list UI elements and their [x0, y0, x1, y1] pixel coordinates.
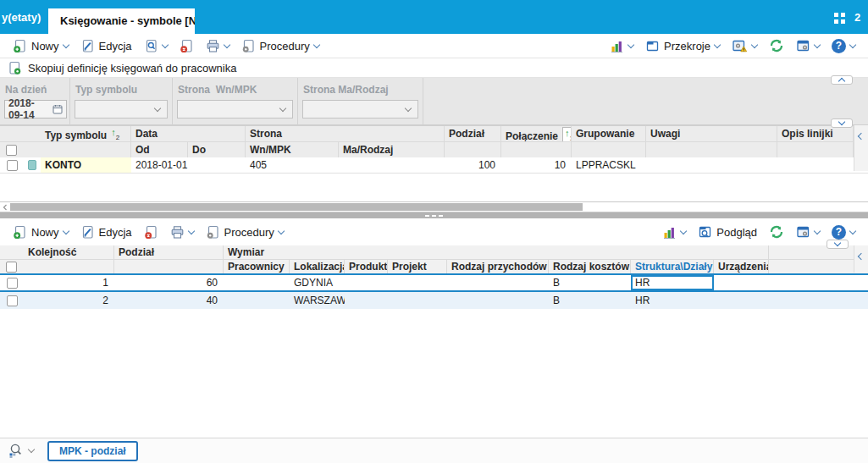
- chevron-down-icon[interactable]: [62, 41, 69, 47]
- help-button[interactable]: ?: [826, 36, 861, 56]
- col-group-wymiar[interactable]: Wymiar: [224, 245, 769, 259]
- procedures-button[interactable]: Procedury: [235, 36, 325, 56]
- cell-lokalizacja[interactable]: WARSZAWA: [290, 292, 345, 309]
- chevron-down-icon[interactable]: [628, 41, 634, 47]
- table-row-selected[interactable]: 1 60 GDYNIA B HR: [0, 273, 868, 292]
- table1-side-panel-toggle[interactable]: [854, 125, 868, 171]
- scroll-left-icon[interactable]: [2, 204, 8, 211]
- cell-produkty[interactable]: [345, 292, 388, 309]
- grid-settings-button[interactable]: [790, 223, 826, 242]
- copy-definition-link[interactable]: Skopiuj definicję księgowań do pracownik…: [28, 62, 236, 74]
- tab-etaty[interactable]: y(etaty): [0, 11, 41, 24]
- cell-wn-mpk[interactable]: 405: [246, 157, 339, 173]
- refresh-button[interactable]: [763, 36, 790, 56]
- edit-button[interactable]: Edycja: [75, 223, 138, 242]
- col-ma-rodzaj[interactable]: Ma/Rodzaj: [339, 142, 445, 157]
- print-button[interactable]: [164, 223, 200, 242]
- chevron-down-icon[interactable]: [849, 227, 856, 234]
- chevron-down-icon[interactable]: [849, 41, 856, 47]
- chevron-down-icon[interactable]: [223, 41, 229, 47]
- cell-produkty[interactable]: [345, 275, 388, 290]
- col-rodzaj-przychodow[interactable]: Rodzaj przychodów: [447, 260, 549, 273]
- sections-button[interactable]: Przekroje: [639, 36, 726, 56]
- cell-pracownicy[interactable]: [224, 275, 290, 290]
- col-group-strona[interactable]: Strona: [246, 126, 445, 141]
- new-button[interactable]: Nowy: [7, 223, 75, 242]
- delete-button[interactable]: [138, 223, 164, 242]
- tab-ksiegowanie-symbole[interactable]: Księgowanie - symbole [Naz: [48, 8, 195, 34]
- scrollbar-thumb[interactable]: [10, 203, 583, 211]
- cell-do[interactable]: [188, 157, 246, 173]
- search-button[interactable]: [138, 36, 174, 56]
- strona-ma-select[interactable]: [302, 100, 418, 119]
- cell-grupowanie[interactable]: LPPRACSKL: [572, 157, 646, 173]
- cell-lokalizacja[interactable]: GDYNIA: [290, 275, 345, 290]
- cell-od[interactable]: 2018-01-01: [131, 157, 188, 173]
- chevron-down-icon[interactable]: [814, 41, 821, 47]
- col-produkty[interactable]: Produkty: [345, 260, 388, 273]
- select-all-checkbox[interactable]: [6, 145, 17, 156]
- col-opis-linijki[interactable]: Opis linijki: [777, 126, 854, 141]
- cell-uwagi[interactable]: [646, 157, 777, 173]
- select-all-checkbox[interactable]: [6, 262, 17, 273]
- col-urzadzenia[interactable]: Urządzenia: [714, 260, 769, 273]
- cell-polaczenie[interactable]: 10: [501, 157, 572, 173]
- cell-kolejnosc[interactable]: 1: [24, 275, 114, 290]
- col-kolejnosc[interactable]: Kolejność: [24, 245, 114, 259]
- chevron-down-icon[interactable]: [28, 446, 35, 453]
- filter-collapse-up-button[interactable]: [831, 75, 853, 85]
- chevron-down-icon[interactable]: [751, 41, 758, 47]
- cell-rodzaj-kosztow[interactable]: B: [549, 275, 631, 290]
- col-grupowanie[interactable]: Grupowanie: [572, 126, 646, 141]
- new-button[interactable]: Nowy: [7, 36, 75, 56]
- col-lokalizacja[interactable]: Lokalizacja: [290, 260, 345, 273]
- cell-podzial[interactable]: 100: [445, 157, 501, 173]
- cell-rodzaj-przychodow[interactable]: [447, 275, 549, 290]
- chevron-down-icon[interactable]: [187, 227, 194, 234]
- row-checkbox[interactable]: [7, 278, 18, 289]
- cell-podzial[interactable]: 60: [114, 275, 224, 290]
- edit-button[interactable]: Edycja: [75, 36, 138, 56]
- chevron-down-icon[interactable]: [161, 41, 168, 47]
- table-row[interactable]: KONTO 2018-01-01 405 100 10 LPPRACSKL: [0, 157, 868, 174]
- procedures-button[interactable]: Procedury: [200, 223, 290, 242]
- filter-collapse-down-button[interactable]: [831, 119, 853, 128]
- cell-rodzaj-przychodow[interactable]: [447, 292, 549, 309]
- chevron-down-icon[interactable]: [814, 227, 821, 234]
- cell-pracownicy[interactable]: [224, 292, 290, 309]
- cell-projekt[interactable]: [388, 292, 447, 309]
- cell-urzadzenia[interactable]: [714, 292, 769, 309]
- cell-typ-symbolu[interactable]: KONTO: [41, 157, 131, 173]
- preview-button[interactable]: Podgląd: [692, 223, 763, 242]
- refresh-button[interactable]: [763, 222, 790, 242]
- col-group-data[interactable]: Data: [131, 126, 246, 141]
- calendar-icon[interactable]: [53, 104, 63, 114]
- cell-kolejnosc[interactable]: 2: [24, 292, 114, 309]
- settings-warning-button[interactable]: [726, 36, 763, 56]
- delete-button[interactable]: [174, 36, 200, 56]
- col-struktura-dzialy[interactable]: Struktura\Działy: [631, 260, 714, 273]
- cell-struktura-dzialy-focused[interactable]: HR: [631, 275, 714, 290]
- col-uwagi[interactable]: Uwagi: [646, 126, 777, 141]
- chevron-down-icon[interactable]: [680, 227, 687, 234]
- row-checkbox[interactable]: [7, 160, 18, 171]
- grid-settings-button[interactable]: [790, 36, 826, 56]
- chevron-down-icon[interactable]: [313, 41, 320, 47]
- table-row[interactable]: 2 40 WARSZAWA B HR: [0, 292, 868, 309]
- date-input[interactable]: 2018-09-14: [4, 100, 67, 119]
- col-pracownicy[interactable]: Pracownicy: [224, 260, 290, 273]
- cell-projekt[interactable]: [388, 275, 447, 290]
- typ-symbolu-select[interactable]: [75, 100, 168, 119]
- col-podzial[interactable]: Podział: [445, 126, 501, 141]
- cell-ma-rodzaj[interactable]: [339, 157, 445, 173]
- tab-mpk-podzial[interactable]: MPK - podział: [47, 441, 138, 461]
- col-do[interactable]: Do: [188, 142, 246, 157]
- chart-button[interactable]: [604, 36, 639, 56]
- col-podzial[interactable]: Podział: [114, 245, 224, 259]
- col-projekt[interactable]: Projekt: [388, 260, 447, 273]
- cell-podzial[interactable]: 40: [114, 292, 224, 309]
- search-grid-icon[interactable]: [8, 443, 24, 459]
- row-checkbox[interactable]: [7, 295, 18, 306]
- col-typ-symbolu[interactable]: Typ symbolu↑2: [41, 126, 131, 141]
- col-rodzaj-kosztow[interactable]: Rodzaj kosztów: [549, 260, 631, 273]
